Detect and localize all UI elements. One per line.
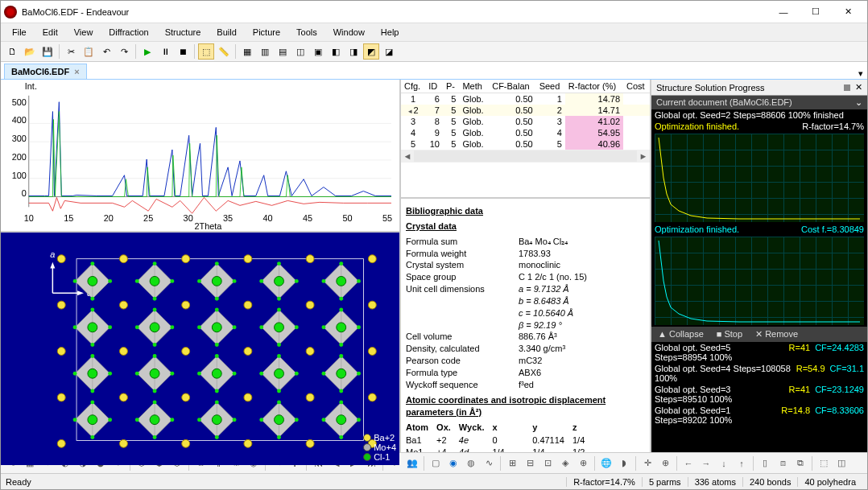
tab-dropdown-icon[interactable]: ▾ [854, 68, 867, 79]
sym2-icon[interactable]: ⊟ [522, 455, 538, 471]
atoms-header: Atomic coordinates and isotropic displac… [406, 394, 645, 418]
document-header[interactable]: Current document (BaMoCl6.EDF)⌄ [651, 96, 867, 109]
arr-right-icon[interactable]: → [698, 455, 714, 471]
cfg-row[interactable]: ◂275Glob.0.50214.71 [401, 105, 650, 116]
sphere-icon[interactable]: ◉ [445, 455, 461, 471]
redo-icon[interactable]: ↷ [116, 43, 132, 60]
pause-icon[interactable]: ⏸ [157, 43, 173, 60]
sym4-icon[interactable]: ◈ [557, 455, 573, 471]
minimize-button[interactable]: — [767, 2, 800, 22]
menubar: FileEditViewDiffractionStructureBuildPic… [1, 23, 867, 41]
history-line[interactable]: Global opt. Seed=3 Steps=89510 100%R=41C… [651, 384, 867, 405]
menu-help[interactable]: Help [374, 26, 406, 39]
maximize-button[interactable]: ☐ [800, 2, 832, 22]
cut-icon[interactable]: ✂ [63, 43, 79, 60]
wave-icon[interactable]: ∿ [481, 455, 497, 471]
cross-icon[interactable]: ✛ [639, 455, 655, 471]
people-icon[interactable]: 👥 [404, 455, 420, 471]
history-line[interactable]: Global opt. Seed=4 Steps=108058 100%R=54… [651, 363, 867, 384]
moon-icon[interactable]: ◗ [616, 455, 632, 471]
svg-point-140 [90, 435, 94, 439]
ellipsoid-icon[interactable]: ◍ [463, 455, 479, 471]
svg-point-52 [275, 276, 284, 286]
view4-icon[interactable]: ◫ [292, 43, 308, 60]
configuration-table[interactable]: Cfg.IDP-MethCF-BalanSeedR-factor (%)Cost… [401, 80, 650, 199]
view3-icon[interactable]: ▤ [275, 43, 291, 60]
planet-icon[interactable]: 🌐 [598, 455, 614, 471]
menu-view[interactable]: View [68, 26, 100, 39]
view7-icon[interactable]: ◨ [345, 43, 362, 60]
svg-point-46 [197, 279, 201, 283]
svg-text:20: 20 [104, 213, 114, 223]
remove-button[interactable]: ✕ Remove [755, 329, 798, 340]
menu-file[interactable]: File [6, 26, 33, 39]
panel-close-icon[interactable]: ✕ [855, 82, 862, 93]
status-poly: 40 polyhedra [797, 477, 862, 487]
plus-icon[interactable]: ⊕ [657, 455, 673, 471]
proj1-icon[interactable]: ⬚ [816, 455, 832, 471]
bar3-icon[interactable]: ⧉ [792, 455, 808, 471]
svg-point-170 [120, 255, 128, 263]
cfg-row[interactable]: 5105Glob.0.50540.96 [401, 138, 650, 150]
sym1-icon[interactable]: ⊞ [504, 455, 520, 471]
view1-icon[interactable]: ▦ [239, 43, 255, 60]
horizontal-scrollbar[interactable]: ◄► [401, 150, 650, 163]
view6-icon[interactable]: ◧ [328, 43, 344, 60]
top-toolbar: 🗋 📂 💾 ✂ 📋 ↶ ↷ ▶ ⏸ ⏹ ⬚ 📏 ▦ ▥ ▤ ◫ ▣ ◧ ◨ ◩ … [1, 41, 867, 62]
cfg-row[interactable]: 385Glob.0.50341.02 [401, 116, 650, 127]
document-tab[interactable]: BaMoCl6.EDF × [4, 64, 87, 79]
svg-point-192 [368, 393, 376, 401]
proj2-icon[interactable]: ◫ [833, 455, 849, 471]
arr-left-icon[interactable]: ← [680, 455, 696, 471]
view9-icon[interactable]: ◪ [381, 43, 397, 60]
undo-icon[interactable]: ↶ [98, 43, 114, 60]
tab-close-icon[interactable]: × [74, 67, 79, 76]
structure-viewer[interactable]: a c Ba+2Mo+4Cl-1 [1, 233, 399, 465]
select-tool-icon[interactable]: ⬚ [198, 43, 214, 60]
svg-point-164 [337, 415, 346, 425]
menu-structure[interactable]: Structure [159, 26, 208, 39]
svg-text:30: 30 [184, 213, 193, 223]
progress-controls: ▲ Collapse ■ Stop ✕ Remove [651, 327, 867, 342]
bar1-icon[interactable]: ▯ [757, 455, 773, 471]
menu-diffraction[interactable]: Diffraction [102, 26, 155, 39]
menu-picture[interactable]: Picture [246, 26, 287, 39]
boxed-icon[interactable]: ▢ [428, 455, 444, 471]
bibliographic-panel[interactable]: Bibliographic data Crystal data Formula … [401, 199, 650, 452]
progress-done: Optimization finished.R-factor=14.7% [651, 121, 867, 132]
collapse-button[interactable]: ▲ Collapse [658, 329, 704, 340]
save-icon[interactable]: 💾 [39, 43, 56, 60]
view2-icon[interactable]: ▥ [257, 43, 273, 60]
copy-icon[interactable]: 📋 [81, 43, 97, 60]
pin-icon[interactable] [844, 84, 850, 91]
menu-edit[interactable]: Edit [36, 26, 64, 39]
history-line[interactable]: Global opt. Seed=1 Steps=89202 100%R=14.… [651, 405, 867, 426]
document-tabbar: BaMoCl6.EDF × ▾ [1, 62, 867, 80]
bar2-icon[interactable]: ⧈ [775, 455, 791, 471]
close-button[interactable]: ✕ [832, 2, 864, 22]
stop-button[interactable]: ■ Stop [717, 329, 742, 340]
svg-point-117 [233, 372, 237, 376]
sym3-icon[interactable]: ⊡ [539, 455, 556, 471]
new-icon[interactable]: 🗋 [4, 43, 20, 60]
open-icon[interactable]: 📂 [22, 43, 38, 60]
svg-point-185 [306, 348, 314, 356]
stop-icon[interactable]: ⏹ [175, 43, 191, 60]
play-icon[interactable]: ▶ [139, 43, 155, 60]
arr-up-icon[interactable]: ↑ [734, 455, 750, 471]
cfg-row[interactable]: 495Glob.0.50454.95 [401, 127, 650, 138]
view8-icon[interactable]: ◩ [363, 43, 379, 60]
svg-point-122 [275, 369, 284, 378]
svg-point-41 [153, 261, 157, 266]
svg-point-150 [212, 415, 221, 425]
view5-icon[interactable]: ▣ [310, 43, 326, 60]
sym5-icon[interactable]: ⊕ [575, 455, 591, 471]
cfg-row[interactable]: 165Glob.0.50114.78 [401, 93, 650, 105]
menu-tools[interactable]: Tools [290, 26, 324, 39]
menu-build[interactable]: Build [210, 26, 242, 39]
history-line[interactable]: Global opt. Seed=5 Steps=88954 100%R=41C… [651, 342, 867, 363]
arr-down-icon[interactable]: ↓ [716, 455, 732, 471]
diffraction-chart[interactable]: Int. 0100200 300400500 [1, 80, 399, 233]
measure-icon[interactable]: 📏 [216, 43, 232, 60]
menu-window[interactable]: Window [327, 26, 371, 39]
